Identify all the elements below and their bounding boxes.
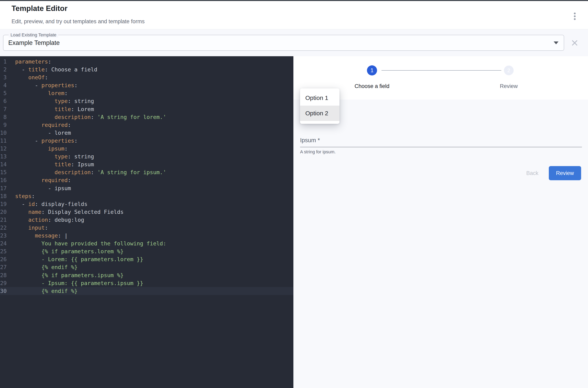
load-template-select[interactable]: Load Existing Template Example Template <box>3 35 564 51</box>
editor-line[interactable]: 1parameters: <box>0 58 293 66</box>
clear-template-button[interactable] <box>570 38 580 48</box>
ipsum-helper-text: A string for ipsum. <box>300 149 336 155</box>
ipsum-field[interactable]: Ipsum * A string for ipsum. <box>300 135 582 155</box>
editor-line[interactable]: 24 You have provided the following field… <box>0 240 293 247</box>
line-number: 14 <box>0 160 7 168</box>
line-number: 18 <box>0 192 7 200</box>
editor-line[interactable]: 8 description: 'A string for lorem.' <box>0 113 293 121</box>
line-number: 17 <box>0 184 7 192</box>
line-content: title: Ipsum <box>15 160 94 168</box>
line-content: required: <box>15 176 71 184</box>
line-number: 30 <box>0 287 7 295</box>
load-template-value: Example Template <box>8 39 60 47</box>
line-number: 7 <box>0 105 7 113</box>
editor-line[interactable]: 28 {% if parameters.ipsum %} <box>0 271 293 279</box>
line-number: 11 <box>0 137 7 145</box>
editor-line[interactable]: 10 - lorem <box>0 129 293 137</box>
line-content: - Ipsum: {{ parameters.ipsum }} <box>15 279 143 287</box>
line-content: - properties: <box>15 137 78 145</box>
line-number: 24 <box>0 240 7 247</box>
load-template-label: Load Existing Template <box>9 32 58 38</box>
editor-line[interactable]: 4 - properties: <box>0 81 293 89</box>
editor-line[interactable]: 6 type: string <box>0 97 293 105</box>
line-number: 25 <box>0 247 7 255</box>
line-content: {% if parameters.lorem %} <box>15 247 124 255</box>
editor-line[interactable]: 29 - Ipsum: {{ parameters.ipsum }} <box>0 279 293 287</box>
line-content: action: debug:log <box>15 216 84 224</box>
line-content: - properties: <box>15 81 78 89</box>
editor-line[interactable]: 14 title: Ipsum <box>0 160 293 168</box>
editor-line[interactable]: 15 description: 'A string for ipsum.' <box>0 168 293 176</box>
editor-line[interactable]: 5 lorem: <box>0 89 293 97</box>
line-content: oneOf: <box>15 73 48 81</box>
line-number: 16 <box>0 176 7 184</box>
editor-line[interactable]: 13 type: string <box>0 152 293 160</box>
line-number: 1 <box>0 58 7 66</box>
menu-item-option-1[interactable]: Option 1 <box>300 90 339 106</box>
editor-line[interactable]: 3 oneOf: <box>0 73 293 81</box>
line-number: 21 <box>0 216 7 224</box>
line-number: 20 <box>0 208 7 216</box>
code-editor[interactable]: 1parameters:2 - title: Choose a field3 o… <box>0 56 293 388</box>
kebab-dot-icon <box>574 18 576 20</box>
review-button[interactable]: Review <box>549 166 581 180</box>
editor-line[interactable]: 27 {% endif %} <box>0 263 293 271</box>
field-options-menu: Option 1 Option 2 <box>300 88 339 124</box>
editor-line[interactable]: 16 required: <box>0 176 293 184</box>
line-content: required: <box>15 121 71 129</box>
editor-line[interactable]: 25 {% if parameters.lorem %} <box>0 247 293 255</box>
back-button[interactable]: Back <box>516 168 549 178</box>
close-icon <box>570 38 580 48</box>
editor-line[interactable]: 21 action: debug:log <box>0 216 293 224</box>
line-number: 4 <box>0 81 7 89</box>
line-content: - ipsum <box>15 184 71 192</box>
line-number: 22 <box>0 224 7 232</box>
editor-line[interactable]: 19 - id: display-fields <box>0 200 293 208</box>
line-number: 15 <box>0 168 7 176</box>
dropdown-caret-icon <box>554 42 559 44</box>
editor-line[interactable]: 22 input: <box>0 224 293 232</box>
line-number: 3 <box>0 73 7 81</box>
line-content: lorem: <box>15 89 68 97</box>
editor-line[interactable]: 26 - Lorem: {{ parameters.lorem }} <box>0 255 293 263</box>
line-content: - id: display-fields <box>15 200 87 208</box>
editor-line[interactable]: 30 {% endif %} <box>0 287 293 295</box>
line-content: message: | <box>15 232 68 240</box>
line-content: description: 'A string for lorem.' <box>15 113 166 121</box>
more-options-button[interactable] <box>570 10 580 22</box>
editor-line[interactable]: 18steps: <box>0 192 293 200</box>
line-number: 23 <box>0 232 7 240</box>
editor-line[interactable]: 23 message: | <box>0 232 293 240</box>
line-content: name: Display Selected Fields <box>15 208 124 216</box>
line-number: 6 <box>0 97 7 105</box>
line-content: steps: <box>15 192 35 200</box>
line-content: description: 'A string for ipsum.' <box>15 168 166 176</box>
editor-line[interactable]: 9 required: <box>0 121 293 129</box>
kebab-dot-icon <box>574 15 576 17</box>
line-content: {% endif %} <box>15 287 78 295</box>
preview-panel: 1 2 Choose a field Review Option 1 Optio… <box>293 56 588 388</box>
editor-line[interactable]: 7 title: Lorem <box>0 105 293 113</box>
line-content: {% endif %} <box>15 263 78 271</box>
line-number: 9 <box>0 121 7 129</box>
editor-line[interactable]: 17 - ipsum <box>0 184 293 192</box>
stepper-connector <box>381 70 501 71</box>
ipsum-input-underline <box>300 147 582 147</box>
step-label-choose-a-field: Choose a field <box>342 83 402 89</box>
page-title: Template Editor <box>12 4 67 13</box>
line-content: ipsum: <box>15 145 68 152</box>
line-number: 2 <box>0 66 7 73</box>
menu-item-option-2[interactable]: Option 2 <box>300 106 339 121</box>
step-label-review: Review <box>479 83 539 89</box>
editor-line[interactable]: 2 - title: Choose a field <box>0 66 293 73</box>
line-number: 12 <box>0 145 7 152</box>
editor-line[interactable]: 11 - properties: <box>0 137 293 145</box>
line-content: - lorem <box>15 129 71 137</box>
line-number: 27 <box>0 263 7 271</box>
line-number: 29 <box>0 279 7 287</box>
editor-line[interactable]: 20 name: Display Selected Fields <box>0 208 293 216</box>
line-content: You have provided the following field: <box>15 240 166 247</box>
line-content: - Lorem: {{ parameters.lorem }} <box>15 255 143 263</box>
line-content: - title: Choose a field <box>15 66 97 73</box>
editor-line[interactable]: 12 ipsum: <box>0 145 293 152</box>
